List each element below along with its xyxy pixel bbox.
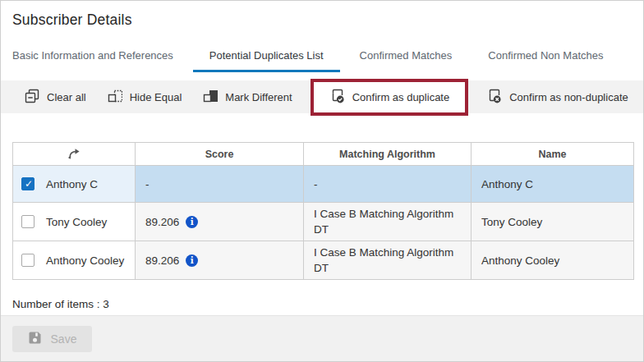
tab-basic-information[interactable]: Basic Information and References [12,49,173,72]
curved-arrow-icon [66,150,82,162]
table-row[interactable]: Anthony Cooley 89.206 i I Case B Matchin… [13,241,634,280]
footer-bar: Save [1,315,643,361]
row-label: Anthony Cooley [46,254,124,267]
tab-bar: Basic Information and References Potenti… [12,49,643,72]
row-checkbox[interactable] [21,177,34,190]
row-checkbox[interactable] [21,254,34,267]
mark-different-label: Mark Different [225,91,292,103]
table-row[interactable]: Tony Cooley 89.206 i I Case B Matching A… [13,203,634,241]
column-header-score[interactable]: Score [136,143,304,166]
clear-all-button[interactable]: Clear all [14,80,97,113]
subscriber-details-window: Subscriber Details Basic Information and… [0,0,644,362]
row-label: Anthony C [46,178,98,190]
algorithm-value: I Case B Matching Algorithm DT [314,246,453,274]
score-value: 89.206 [145,254,179,267]
name-value: Anthony C [481,178,533,190]
tab-confirmed-matches[interactable]: Confirmed Matches [360,49,453,72]
confirm-as-non-duplicate-button[interactable]: Confirm as non-duplicate [476,80,639,113]
save-label: Save [51,332,77,346]
clear-all-label: Clear all [47,91,86,103]
confirm-non-duplicate-icon [486,88,502,106]
name-value: Tony Cooley [481,216,542,228]
algorithm-value: I Case B Matching Algorithm DT [314,208,453,236]
column-header-matching-algorithm[interactable]: Matching Algorithm [304,143,472,166]
algorithm-value: - [314,178,318,190]
hide-equal-icon [108,89,122,106]
name-value: Anthony Cooley [481,254,559,267]
tab-confirmed-non-matches[interactable]: Confirmed Non Matches [488,49,603,72]
score-value: - [145,178,150,190]
score-value: 89.206 [145,216,179,228]
clear-all-icon [25,89,39,106]
row-checkbox[interactable] [21,215,34,228]
tab-potential-duplicates[interactable]: Potential Duplicates List [209,49,324,72]
confirm-duplicate-label: Confirm as duplicate [352,91,450,103]
mark-different-icon [203,89,218,106]
items-count: Number of items : 3 [12,298,643,310]
table-row[interactable]: Anthony C - - Anthony C [13,166,634,203]
save-icon [28,331,42,347]
confirm-non-duplicate-label: Confirm as non-duplicate [509,91,628,103]
hide-equal-label: Hide Equal [130,91,182,103]
info-icon[interactable]: i [186,216,198,228]
duplicates-table: Score Matching Algorithm Name Anthony C … [12,142,634,280]
annotation-highlight-box: Confirm as duplicate [310,79,469,116]
confirm-duplicate-icon [329,88,345,106]
row-label: Tony Cooley [46,216,107,228]
confirm-as-duplicate-button[interactable]: Confirm as duplicate [319,88,461,106]
save-button[interactable]: Save [12,326,92,352]
column-header-selector[interactable] [13,143,136,166]
page-title: Subscriber Details [12,11,643,29]
column-header-name[interactable]: Name [472,143,634,166]
mark-different-button[interactable]: Mark Different [192,80,302,113]
hide-equal-button[interactable]: Hide Equal [97,80,193,113]
toolbar: Clear all Hide Equal Mark Different [1,80,643,113]
info-icon[interactable]: i [186,254,198,267]
table-header-row: Score Matching Algorithm Name [13,143,634,166]
